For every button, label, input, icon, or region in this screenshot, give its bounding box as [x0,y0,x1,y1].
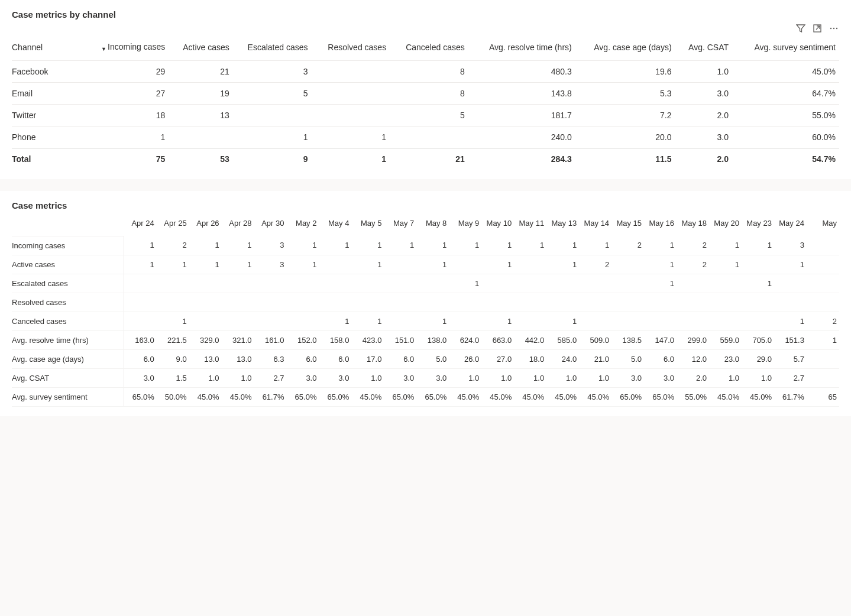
cell: 705.0 [742,330,774,349]
cell: 1 [742,236,774,255]
cell [807,349,839,368]
cell: 138.5 [611,330,644,349]
table-row[interactable]: Avg. CSAT3.01.51.01.02.73.03.01.03.03.01… [12,368,839,387]
cell [807,274,839,293]
cell [189,293,222,312]
col-avg-csat[interactable]: Avg. CSAT [675,36,732,61]
table-row[interactable]: Avg. survey sentiment65.0%50.0%45.0%45.0… [12,387,839,406]
table-row[interactable]: Facebook292138480.319.61.045.0% [12,61,839,83]
filter-icon[interactable] [795,23,806,34]
table-row[interactable]: Resolved cases [12,293,839,312]
date-column[interactable]: Apr 24 [124,214,157,236]
more-options-icon[interactable] [829,23,839,34]
date-column[interactable]: May 15 [611,214,644,236]
cell: 3.0 [287,368,319,387]
cell: 2.0 [675,148,732,170]
col-avg-case-age[interactable]: Avg. case age (days) [575,36,675,61]
cell: 1 [312,127,390,148]
cell: 1.0 [675,61,732,83]
cell: 55.0% [677,387,709,406]
cell: 181.7 [468,105,575,127]
cell: 65.0% [384,387,416,406]
date-column[interactable]: May [807,214,839,236]
col-channel[interactable]: Channel [12,36,90,61]
svg-point-1 [830,28,831,29]
date-column[interactable]: May 23 [742,214,774,236]
cell: 663.0 [481,330,514,349]
cell: 13.0 [222,349,254,368]
date-column[interactable]: May 4 [319,214,351,236]
cell [709,293,742,312]
cell [481,274,514,293]
cell [312,105,390,127]
cell: 1.0 [449,368,481,387]
col-avg-resolve-time[interactable]: Avg. resolve time (hrs) [468,36,575,61]
cell [449,293,481,312]
focus-mode-icon[interactable] [812,23,823,34]
svg-point-3 [836,28,837,29]
table-row[interactable]: Incoming cases121131111111111212113 [12,236,839,255]
cell: 1 [709,255,742,274]
date-column[interactable]: May 18 [677,214,709,236]
table-row[interactable]: Phone111240.020.03.060.0% [12,127,839,148]
cell: 65.0% [287,387,319,406]
cell: 1.0 [742,368,774,387]
date-column[interactable]: May 9 [449,214,481,236]
cell: 45.0% [546,387,579,406]
cell [644,312,677,330]
col-active[interactable]: Active cases [169,36,233,61]
col-avg-sentiment[interactable]: Avg. survey sentiment [732,36,839,61]
col-canceled[interactable]: Canceled cases [390,36,468,61]
cell: 2.0 [675,105,732,127]
col-resolved[interactable]: Resolved cases [312,36,390,61]
table-row[interactable]: Twitter18135181.77.22.055.0% [12,105,839,127]
cell: 61.7% [774,387,807,406]
cell: 6.3 [254,349,287,368]
row-label: Avg. CSAT [12,368,124,387]
date-column[interactable]: May 5 [351,214,384,236]
cell: 480.3 [468,61,575,83]
cell: 147.0 [644,330,677,349]
date-column[interactable]: Apr 25 [157,214,189,236]
table-row[interactable]: Avg. resolve time (hrs)163.0221.5329.032… [12,330,839,349]
cell [319,274,351,293]
table-row[interactable]: Avg. case age (days)6.09.013.013.06.36.0… [12,349,839,368]
table-row[interactable]: Escalated cases111 [12,274,839,293]
cell [611,255,644,274]
date-column[interactable]: May 16 [644,214,677,236]
cell: 3 [233,61,312,83]
cell: 1.0 [514,368,546,387]
cell [390,127,468,148]
date-column[interactable]: Apr 26 [189,214,222,236]
date-column[interactable]: May 13 [546,214,579,236]
cell [384,293,416,312]
table-row[interactable]: Active cases111131111121211 [12,255,839,274]
cell: 11.5 [575,148,675,170]
cell: 45.0% [189,387,222,406]
date-column[interactable]: Apr 30 [254,214,287,236]
table-row[interactable]: Email271958143.85.33.064.7% [12,83,839,105]
panel-title: Case metrics by channel [12,9,839,20]
date-column[interactable]: May 10 [481,214,514,236]
date-column[interactable]: May 2 [287,214,319,236]
date-column[interactable]: May 7 [384,214,416,236]
cell: 13.0 [189,349,222,368]
date-column[interactable]: May 11 [514,214,546,236]
cell: 151.3 [774,330,807,349]
cell: 299.0 [677,330,709,349]
date-column[interactable]: Apr 28 [222,214,254,236]
date-column[interactable]: May 14 [579,214,611,236]
date-column[interactable]: May 20 [709,214,742,236]
cell: 1 [351,312,384,330]
cell: 151.0 [384,330,416,349]
cell [124,293,157,312]
date-column[interactable]: May 8 [416,214,449,236]
row-label: Avg. resolve time (hrs) [12,330,124,349]
cell: 9 [233,148,312,170]
table-row[interactable]: Canceled cases11111112 [12,312,839,330]
date-column[interactable]: May 24 [774,214,807,236]
col-incoming[interactable]: ▼Incoming cases [90,36,169,61]
cell: 423.0 [351,330,384,349]
cell: 161.0 [254,330,287,349]
col-escalated[interactable]: Escalated cases [233,36,312,61]
